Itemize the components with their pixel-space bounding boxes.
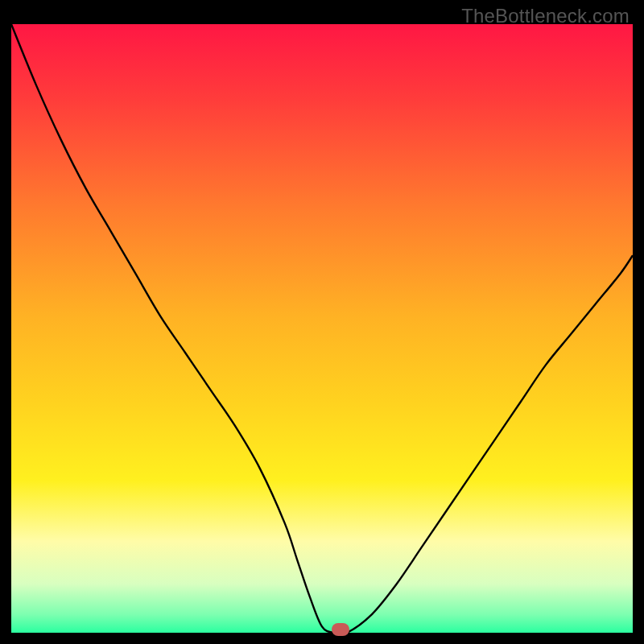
gradient-background: [11, 24, 633, 633]
chart-frame: [11, 24, 633, 633]
optimal-point-marker: [332, 623, 349, 636]
bottleneck-chart: [11, 24, 633, 633]
